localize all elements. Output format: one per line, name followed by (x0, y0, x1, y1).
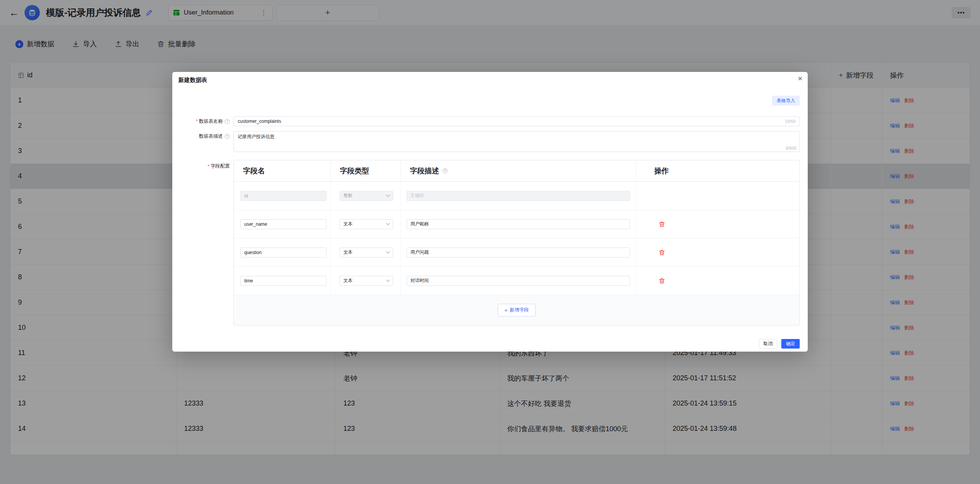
field-type-header: 字段类型 (331, 160, 401, 181)
table-desc-label: 数据表描述 ? (172, 133, 230, 140)
field-name-input[interactable]: user_name (240, 219, 327, 229)
field-desc-input[interactable]: 用户问题 (407, 248, 630, 257)
field-name-header: 字段名 (234, 160, 331, 181)
field-desc-input[interactable]: 用户昵称 (407, 219, 630, 229)
modal-title: 新建数据表 (178, 77, 207, 84)
field-desc-input: 主键ID (407, 191, 630, 201)
delete-field-icon[interactable] (658, 249, 665, 256)
field-name-input[interactable]: question (240, 248, 327, 257)
modal-footer: 取消 确定 (759, 339, 800, 349)
table-desc-row: 数据表描述 ? 记录用户投诉信息 8/500 (172, 131, 800, 152)
field-type-select[interactable]: 文本 (340, 248, 393, 257)
name-char-counter: 19/50 (785, 119, 795, 124)
field-row-id: id 整数 主键ID (234, 182, 799, 210)
table-name-row: * 数据表名称 ? customer_complaints 19/50 (172, 116, 800, 126)
field-row-user-name: user_name 文本 用户昵称 (234, 210, 799, 238)
help-icon: ? (225, 134, 230, 139)
required-mark: * (196, 119, 198, 124)
field-type-select[interactable]: 文本 (340, 276, 393, 286)
chevron-down-icon (386, 250, 390, 254)
help-icon: ? (225, 119, 230, 124)
field-type-select[interactable]: 文本 (340, 219, 393, 229)
field-config-table: 字段名 字段类型 字段描述 ? 操作 id 整数 主键ID user_name … (234, 160, 800, 326)
chevron-down-icon (386, 278, 390, 282)
confirm-button[interactable]: 确定 (781, 339, 800, 349)
desc-char-counter: 8/500 (786, 146, 796, 150)
add-field-button[interactable]: + 新增字段 (498, 304, 535, 316)
field-actions-header: 操作 (636, 160, 799, 181)
field-name-input: id (240, 191, 327, 201)
table-name-input[interactable]: customer_complaints 19/50 (234, 116, 800, 126)
help-icon: ? (443, 168, 448, 173)
field-table-footer: + 新增字段 (234, 295, 799, 325)
table-import-button[interactable]: 表格导入 (772, 96, 800, 106)
field-name-input[interactable]: time (240, 276, 327, 286)
required-mark: * (207, 164, 209, 169)
plus-icon: + (504, 307, 507, 313)
table-desc-textarea[interactable]: 记录用户投诉信息 8/500 (234, 131, 800, 152)
delete-field-icon[interactable] (658, 277, 665, 284)
field-config-row: * 字段配置 字段名 字段类型 字段描述 ? 操作 id 整数 主键ID use… (172, 160, 800, 326)
field-type-select: 整数 (340, 191, 393, 201)
close-icon[interactable]: × (798, 74, 802, 83)
field-row-question: question 文本 用户问题 (234, 238, 799, 267)
field-desc-input[interactable]: 对话时间 (407, 276, 630, 286)
field-desc-header: 字段描述 ? (401, 160, 636, 181)
field-table-header: 字段名 字段类型 字段描述 ? 操作 (234, 160, 799, 182)
table-name-label: * 数据表名称 ? (172, 118, 230, 125)
chevron-down-icon (386, 193, 390, 197)
cancel-button[interactable]: 取消 (759, 339, 777, 349)
table-name-value: customer_complaints (238, 119, 281, 124)
field-config-label: * 字段配置 (172, 163, 230, 169)
table-desc-value: 记录用户投诉信息 (238, 134, 274, 139)
new-table-modal: 新建数据表 × 表格导入 * 数据表名称 ? customer_complain… (172, 72, 808, 352)
chevron-down-icon (386, 222, 390, 225)
delete-field-icon[interactable] (658, 221, 665, 228)
field-row-time: time 文本 对话时间 (234, 267, 799, 295)
